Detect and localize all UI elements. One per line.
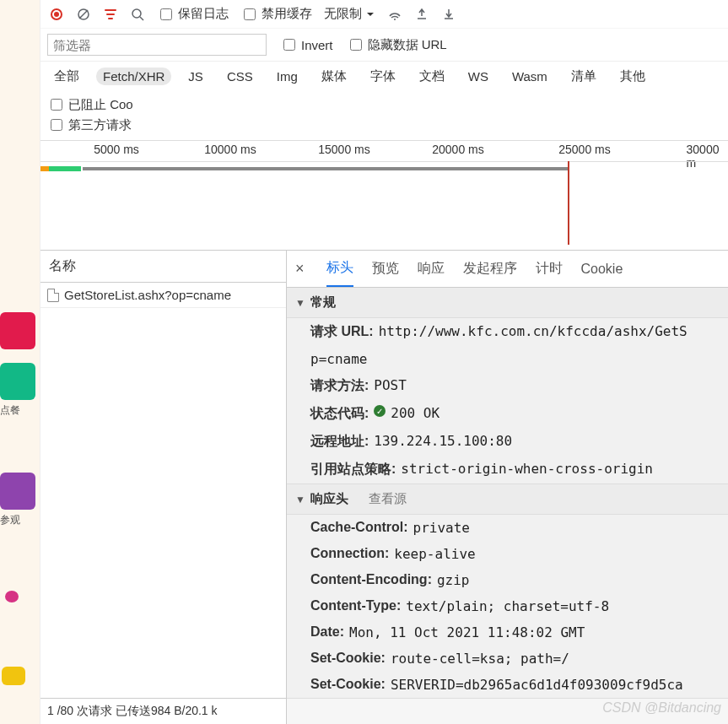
tab-initiator[interactable]: 发起程序	[463, 251, 517, 286]
close-details-button[interactable]: ×	[295, 260, 305, 278]
detail-body[interactable]: ▼ 常规 请求 URL:http://www.kfc.com.cn/kfccda…	[287, 288, 728, 724]
filter-input[interactable]	[47, 34, 267, 56]
side-block-red	[0, 312, 35, 349]
timeline-tick: 25000 ms	[558, 143, 610, 156]
tab-headers[interactable]: 标头	[326, 251, 353, 288]
filter-row: Invert 隐藏数据 URL	[40, 29, 728, 62]
caret-down-icon: ▼	[295, 494, 305, 505]
filter-icon[interactable]	[103, 7, 118, 22]
timeline-tick: 20000 ms	[432, 143, 483, 156]
request-row[interactable]: GetStoreList.ashx?op=cname	[40, 283, 286, 308]
request-url-value2: p=cname	[310, 351, 367, 367]
network-conditions-icon[interactable]	[387, 7, 402, 22]
file-icon	[47, 289, 59, 302]
method-label: 请求方法:	[310, 377, 369, 395]
third-party-label: 第三方请求	[68, 117, 132, 133]
type-chip-css[interactable]: CSS	[220, 68, 260, 85]
disable-cache-checkbox[interactable]: 禁用缓存	[240, 6, 312, 23]
response-header-key: Connection:	[310, 546, 389, 562]
tab-response[interactable]: 响应	[418, 251, 445, 286]
type-chip-js[interactable]: JS	[181, 68, 210, 85]
timeline-bars	[40, 166, 728, 176]
type-chip-manifest[interactable]: 清单	[564, 67, 603, 86]
tab-cookies[interactable]: Cookie	[581, 253, 623, 285]
general-section: ▼ 常规 请求 URL:http://www.kfc.com.cn/kfccda…	[287, 288, 728, 484]
timeline-segment	[40, 166, 49, 171]
network-timeline[interactable]: 5000 ms 10000 ms 15000 ms 20000 ms 25000…	[40, 141, 728, 251]
referrer-label: 引用站点策略:	[310, 461, 396, 478]
page-left-strip: 点餐 参观	[0, 0, 40, 724]
blocked-cookies-checkbox[interactable]: 已阻止 Coo	[47, 96, 133, 113]
response-header-row: Content-Encoding:gzip	[287, 567, 728, 593]
type-chip-ws[interactable]: WS	[461, 68, 495, 85]
side-block-pink	[5, 591, 19, 602]
import-har-icon[interactable]	[414, 7, 429, 22]
timeline-tick: 5000 ms	[94, 143, 139, 156]
search-icon[interactable]	[130, 7, 145, 22]
side-block-yellow	[2, 667, 25, 685]
remote-value: 139.224.15.100:80	[374, 433, 512, 451]
timeline-tick: 10000 ms	[204, 143, 256, 156]
response-header-value: text/plain; charset=utf-8	[406, 598, 609, 614]
response-header-key: Content-Encoding:	[310, 572, 432, 588]
response-header-value: route-cell=ksa; path=/	[391, 651, 569, 667]
detail-tabs: × 标头 预览 响应 发起程序 计时 Cookie	[287, 251, 728, 288]
response-header-value: keep-alive	[394, 546, 475, 562]
throttling-select[interactable]: 无限制	[324, 6, 375, 22]
response-header-value: private	[413, 520, 470, 536]
tab-timing[interactable]: 计时	[536, 251, 563, 286]
tab-preview[interactable]: 预览	[372, 251, 399, 286]
type-chip-img[interactable]: Img	[270, 68, 305, 85]
timeline-tick: 15000 ms	[318, 143, 369, 156]
timeline-segment	[49, 166, 81, 171]
svg-line-3	[79, 10, 88, 19]
type-chip-font[interactable]: 字体	[364, 67, 402, 86]
type-chip-all[interactable]: 全部	[47, 67, 86, 86]
request-status-bar: 1 /80 次请求 已传送984 B/20.1 k	[40, 698, 286, 724]
preserve-log-checkbox[interactable]: 保留日志	[157, 6, 229, 23]
blocked-cookies-label: 已阻止 Coo	[68, 97, 133, 113]
timeline-scrubber[interactable]	[568, 161, 569, 245]
invert-label: Invert	[301, 38, 333, 52]
response-headers-header[interactable]: ▼ 响应头 查看源	[287, 484, 728, 515]
request-list: 名称 GetStoreList.ashx?op=cname 1 /80 次请求 …	[40, 251, 287, 724]
export-har-icon[interactable]	[441, 7, 456, 22]
response-header-key: Date:	[310, 624, 344, 640]
response-header-key: Cache-Control:	[310, 520, 408, 536]
request-url-label: 请求 URL:	[310, 323, 374, 341]
request-details: × 标头 预览 响应 发起程序 计时 Cookie ▼ 常规 请求 URL:ht…	[287, 251, 728, 724]
third-party-checkbox[interactable]: 第三方请求	[47, 116, 132, 133]
throttling-label: 无限制	[324, 6, 362, 22]
caret-down-icon: ▼	[295, 297, 305, 309]
response-header-row: Connection:keep-alive	[287, 541, 728, 567]
timeline-axis	[40, 161, 728, 162]
request-list-header[interactable]: 名称	[40, 251, 286, 283]
clear-icon[interactable]	[76, 7, 91, 22]
response-header-row: Cache-Control:private	[287, 515, 728, 541]
response-header-key: Set-Cookie:	[310, 677, 386, 693]
hide-data-urls-label: 隐藏数据 URL	[368, 37, 447, 53]
response-header-value: gzip	[437, 572, 470, 588]
status-label: 状态代码:	[310, 405, 369, 423]
response-headers-section: ▼ 响应头 查看源 Cache-Control:privateConnectio…	[287, 484, 728, 699]
side-label: 点餐	[0, 403, 20, 418]
type-chip-media[interactable]: 媒体	[315, 67, 353, 86]
response-header-value: SERVERID=db2965ac6d1d4f093009cf9d5ca	[391, 677, 683, 693]
response-headers-title: 响应头	[310, 491, 348, 507]
type-chip-wasm[interactable]: Wasm	[505, 68, 554, 85]
svg-point-4	[132, 9, 141, 18]
general-section-header[interactable]: ▼ 常规	[287, 288, 728, 318]
type-chip-doc[interactable]: 文档	[413, 67, 451, 86]
devtools-network-panel: 保留日志 禁用缓存 无限制 Invert 隐藏数据 URL 全部 Fetch/X…	[40, 0, 728, 724]
method-value: POST	[374, 377, 407, 395]
hide-data-urls-checkbox[interactable]: 隐藏数据 URL	[347, 36, 447, 53]
side-label: 参观	[0, 513, 20, 527]
response-header-key: Content-Type:	[310, 598, 401, 614]
network-split-view: 名称 GetStoreList.ashx?op=cname 1 /80 次请求 …	[40, 251, 728, 724]
record-icon[interactable]	[49, 7, 64, 22]
invert-checkbox[interactable]: Invert	[280, 36, 333, 53]
type-chip-fetchxhr[interactable]: Fetch/XHR	[96, 68, 171, 85]
view-source-link[interactable]: 查看源	[369, 491, 407, 507]
network-toolbar: 保留日志 禁用缓存 无限制	[40, 0, 728, 29]
type-chip-other[interactable]: 其他	[613, 67, 652, 86]
